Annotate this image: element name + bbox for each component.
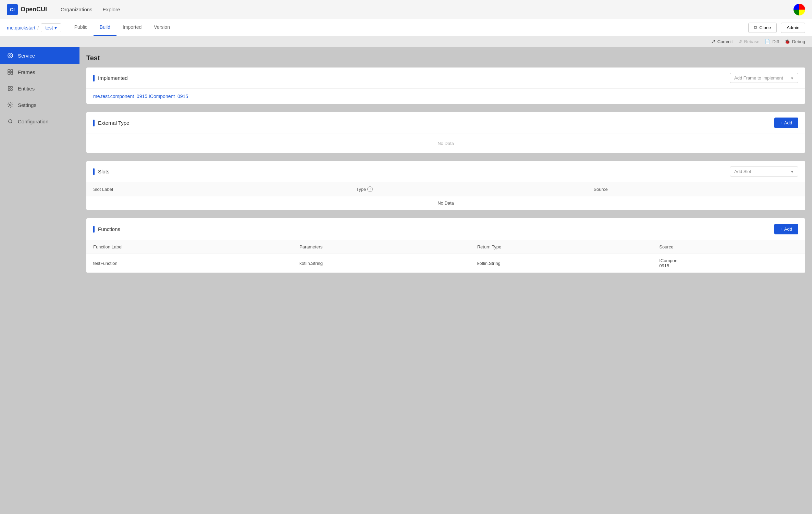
func-label-cell: testFunction	[86, 254, 293, 273]
svg-rect-1	[8, 70, 10, 72]
add-frame-dropdown[interactable]: Add Frame to implement	[730, 73, 798, 83]
svg-rect-8	[11, 89, 12, 90]
func-source-col: Source	[652, 240, 805, 254]
diff-button[interactable]: 📄 Diff	[765, 39, 779, 44]
external-type-title-label: External Type	[98, 120, 129, 126]
func-params-cell: kotlin.String	[293, 254, 470, 273]
sidebar-item-service[interactable]: Service	[0, 47, 79, 64]
logo-area[interactable]: CI OpenCUI	[7, 4, 47, 15]
func-params-col: Parameters	[293, 240, 470, 254]
commit-label: Commit	[717, 39, 733, 44]
breadcrumb-chevron-icon: ▾	[54, 25, 57, 30]
implemented-header: Implemented Add Frame to implement	[86, 68, 805, 89]
frames-icon	[7, 69, 14, 75]
debug-button[interactable]: 🐞 Debug	[785, 39, 805, 44]
avatar[interactable]	[793, 4, 805, 15]
nav-organizations[interactable]: Organizations	[61, 7, 93, 12]
implemented-title: Implemented	[93, 75, 128, 82]
tab-build[interactable]: Build	[94, 19, 116, 36]
clone-icon: ⧉	[754, 25, 757, 30]
svg-rect-5	[8, 86, 10, 88]
slot-label-col: Slot Label	[86, 182, 349, 196]
add-frame-placeholder: Add Frame to implement	[734, 75, 783, 81]
component-link[interactable]: me.test.component_0915.IComponent_0915	[86, 89, 805, 104]
add-slot-placeholder: Add Slot	[734, 169, 751, 174]
sidebar-frames-label: Frames	[18, 69, 35, 75]
section-accent-4	[93, 226, 95, 233]
settings-icon	[7, 101, 14, 108]
table-row: testFunction kotlin.String kotlin.String…	[86, 254, 805, 273]
svg-rect-7	[8, 89, 10, 90]
chevron-down-icon	[790, 75, 794, 81]
slots-title: Slots	[93, 168, 109, 175]
tab-public[interactable]: Public	[68, 19, 94, 36]
sidebar: Service Frames E	[0, 47, 79, 514]
rebase-button[interactable]: ↺ Rebase	[738, 39, 760, 44]
add-function-button[interactable]: + Add	[774, 224, 798, 234]
func-return-col: Return Type	[470, 240, 653, 254]
logo-icon: CI	[7, 4, 18, 15]
svg-rect-4	[11, 72, 13, 74]
sidebar-item-frames[interactable]: Frames	[0, 64, 79, 80]
functions-title-label: Functions	[98, 226, 120, 232]
slot-chevron-icon	[790, 169, 794, 174]
functions-title: Functions	[93, 226, 120, 233]
debug-label: Debug	[792, 39, 805, 44]
clone-label: Clone	[759, 25, 771, 30]
entities-icon	[7, 85, 14, 92]
tab-bar: Public Build Imported Version	[68, 19, 176, 36]
tab-version[interactable]: Version	[148, 19, 176, 36]
top-nav-right	[793, 4, 805, 15]
section-accent-2	[93, 120, 95, 126]
main-layout: Service Frames E	[0, 47, 812, 514]
commit-button[interactable]: ⎇ Commit	[710, 39, 733, 44]
breadcrumb-separator: /	[37, 25, 39, 30]
external-type-title: External Type	[93, 120, 129, 126]
svg-rect-3	[8, 72, 10, 74]
add-slot-dropdown[interactable]: Add Slot	[730, 167, 798, 176]
diff-label: Diff	[772, 39, 779, 44]
slots-table: Slot Label Type i Source	[86, 182, 805, 210]
implemented-body: me.test.component_0915.IComponent_0915	[86, 89, 805, 104]
slots-section: Slots Add Slot Slot Label Type	[86, 161, 805, 210]
svg-point-9	[10, 104, 11, 106]
nav-explore[interactable]: Explore	[103, 7, 120, 12]
admin-button[interactable]: Admin	[781, 23, 805, 33]
slots-title-label: Slots	[98, 169, 109, 174]
debug-icon: 🐞	[785, 39, 790, 44]
external-type-header: External Type + Add	[86, 112, 805, 134]
admin-label: Admin	[787, 25, 799, 30]
external-type-body: No Data	[86, 134, 805, 153]
type-info-icon: i	[367, 186, 373, 192]
top-nav: CI OpenCUI Organizations Explore	[0, 0, 812, 19]
implemented-section: Implemented Add Frame to implement me.te…	[86, 68, 805, 104]
sidebar-entities-label: Entities	[18, 86, 35, 91]
sidebar-configuration-label: Configuration	[18, 119, 48, 124]
svg-rect-6	[11, 86, 12, 88]
functions-header: Functions + Add	[86, 218, 805, 240]
rebase-icon: ↺	[738, 39, 742, 44]
external-type-no-data: No Data	[86, 134, 805, 153]
sidebar-item-entities[interactable]: Entities	[0, 80, 79, 97]
breadcrumb-parent[interactable]: me.quickstart	[7, 25, 35, 30]
breadcrumb-actions: ⧉ Clone Admin	[748, 23, 805, 33]
slot-source-col: Source	[587, 182, 805, 196]
breadcrumb-bar: me.quickstart / test ▾ Public Build Impo…	[0, 19, 812, 36]
sidebar-item-settings[interactable]: Settings	[0, 97, 79, 113]
func-label-col: Function Label	[86, 240, 293, 254]
commit-icon: ⎇	[710, 39, 715, 44]
sidebar-settings-label: Settings	[18, 102, 36, 108]
tab-imported[interactable]: Imported	[116, 19, 148, 36]
sidebar-service-label: Service	[18, 53, 35, 59]
page-title: Test	[86, 54, 805, 62]
sidebar-item-configuration[interactable]: Configuration	[0, 113, 79, 130]
diff-icon: 📄	[765, 39, 770, 44]
implemented-title-label: Implemented	[98, 75, 128, 81]
clone-button[interactable]: ⧉ Clone	[748, 23, 777, 33]
svg-point-0	[8, 53, 13, 58]
add-external-type-button[interactable]: + Add	[774, 118, 798, 128]
section-accent	[93, 75, 95, 82]
slots-header: Slots Add Slot	[86, 161, 805, 182]
breadcrumb-current[interactable]: test ▾	[41, 23, 61, 32]
breadcrumb-current-label: test	[45, 25, 53, 30]
